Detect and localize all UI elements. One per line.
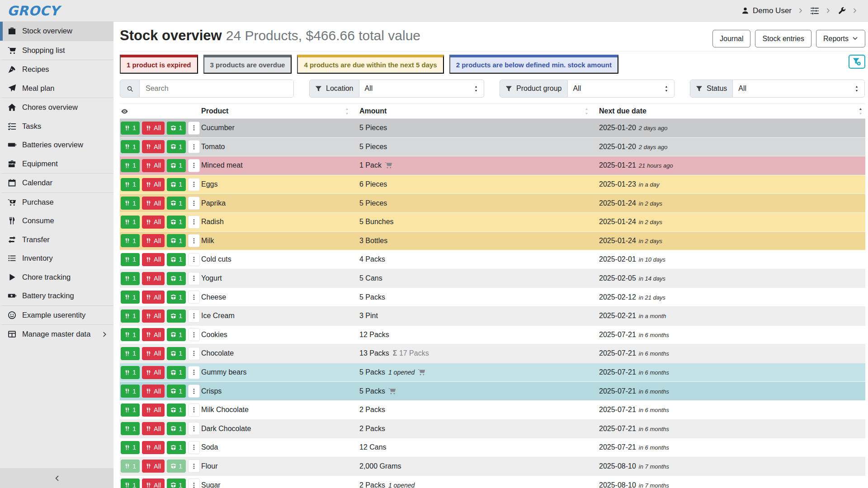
consume-all-button[interactable]: All xyxy=(142,441,165,454)
table-row[interactable]: 1 All 1 Flour 2,000 Grams 2025-08-10in 7… xyxy=(120,457,865,476)
consume-one-button[interactable]: 1 xyxy=(121,310,140,323)
open-one-button[interactable]: 1 xyxy=(167,159,186,172)
consume-one-button[interactable]: 1 xyxy=(121,159,140,172)
row-menu-button[interactable] xyxy=(188,272,200,285)
consume-all-button[interactable]: All xyxy=(142,197,165,210)
search-input[interactable] xyxy=(140,80,293,97)
row-menu-button[interactable] xyxy=(188,404,200,417)
row-menu-button[interactable] xyxy=(188,291,200,304)
consume-all-button[interactable]: All xyxy=(142,479,165,488)
user-menu[interactable]: Demo User xyxy=(741,6,792,15)
stock-entries-button[interactable]: Stock entries xyxy=(755,30,811,47)
sidebar-item-shopping-list[interactable]: Shopping list xyxy=(0,41,113,60)
sliders-icon[interactable] xyxy=(810,6,819,15)
consume-all-button[interactable]: All xyxy=(142,404,165,417)
consume-one-button[interactable]: 1 xyxy=(121,347,140,360)
sidebar-item-inventory[interactable]: Inventory xyxy=(0,249,113,268)
consume-one-button[interactable]: 1 xyxy=(121,272,140,285)
sidebar-item-purchase[interactable]: Purchase xyxy=(0,192,113,212)
row-menu-button[interactable] xyxy=(188,159,200,172)
table-row[interactable]: 1 All 1 Ice Cream 3 Pint 2025-02-21in a … xyxy=(120,306,865,325)
consume-one-button[interactable]: 1 xyxy=(121,197,140,210)
sidebar-item-stock-overview[interactable]: Stock overview xyxy=(0,22,113,41)
sidebar-item-example-userentity[interactable]: Example userentity xyxy=(0,305,113,325)
status-badge[interactable]: 4 products are due within the next 5 day… xyxy=(297,55,443,74)
status-select[interactable]: All xyxy=(733,80,864,97)
product-column-header[interactable]: Product xyxy=(201,104,359,119)
sidebar-item-chores-overview[interactable]: Chores overview xyxy=(0,98,113,117)
open-one-button[interactable]: 1 xyxy=(167,122,186,135)
row-menu-button[interactable] xyxy=(188,366,200,379)
table-row[interactable]: 1 All 1 Sugar 2 Packs1 opened 2025-08-10… xyxy=(120,476,865,488)
consume-one-button[interactable]: 1 xyxy=(121,178,140,191)
table-row[interactable]: 1 All 1 Cucumber 5 Pieces 2025-01-202 da… xyxy=(120,119,865,138)
consume-all-button[interactable]: All xyxy=(142,366,165,379)
status-badge[interactable]: 1 product is expired xyxy=(120,55,198,74)
table-row[interactable]: 1 All 1 Paprika 5 Pieces 2025-01-24in 2 … xyxy=(120,194,865,213)
due-date-column-header[interactable]: Next due date xyxy=(599,104,865,119)
table-row[interactable]: 1 All 1 Cookies 12 Packs 2025-07-21in 6 … xyxy=(120,325,865,344)
consume-one-button[interactable]: 1 xyxy=(121,234,140,247)
open-one-button[interactable]: 1 xyxy=(167,253,186,266)
consume-one-button[interactable]: 1 xyxy=(121,422,140,435)
consume-all-button[interactable]: All xyxy=(142,347,165,360)
reports-button[interactable]: Reports xyxy=(816,30,865,47)
row-menu-button[interactable] xyxy=(188,479,200,488)
consume-one-button[interactable]: 1 xyxy=(121,291,140,304)
status-badge[interactable]: 3 products are overdue xyxy=(203,55,292,74)
consume-one-button[interactable]: 1 xyxy=(121,385,140,398)
sidebar-item-manage-master-data[interactable]: Manage master data xyxy=(0,324,113,344)
sidebar-item-tasks[interactable]: Tasks xyxy=(0,117,113,136)
row-menu-button[interactable] xyxy=(188,347,200,360)
open-one-button[interactable]: 1 xyxy=(167,197,186,210)
consume-one-button[interactable]: 1 xyxy=(121,441,140,454)
open-one-button[interactable]: 1 xyxy=(167,404,186,417)
sidebar-item-calendar[interactable]: Calendar xyxy=(0,173,113,192)
consume-all-button[interactable]: All xyxy=(142,460,165,473)
consume-all-button[interactable]: All xyxy=(142,422,165,435)
amount-column-header[interactable]: Amount xyxy=(359,104,599,119)
consume-one-button[interactable]: 1 xyxy=(121,479,140,488)
open-one-button[interactable]: 1 xyxy=(167,347,186,360)
open-one-button[interactable]: 1 xyxy=(167,385,186,398)
consume-all-button[interactable]: All xyxy=(142,310,165,323)
open-one-button[interactable]: 1 xyxy=(167,479,186,488)
consume-all-button[interactable]: All xyxy=(142,385,165,398)
consume-all-button[interactable]: All xyxy=(142,216,165,229)
table-row[interactable]: 1 All 1 Crisps 5 Packs 2025-07-21in 6 mo… xyxy=(120,382,865,401)
sidebar-item-transfer[interactable]: Transfer xyxy=(0,230,113,249)
clear-filters-button[interactable] xyxy=(849,55,865,69)
sidebar-item-meal-plan[interactable]: Meal plan xyxy=(0,79,113,98)
consume-one-button[interactable]: 1 xyxy=(121,460,140,473)
open-one-button[interactable]: 1 xyxy=(167,178,186,191)
consume-one-button[interactable]: 1 xyxy=(121,253,140,266)
row-menu-button[interactable] xyxy=(188,328,200,341)
table-row[interactable]: 1 All 1 Soda 12 Cans 2025-07-21in 6 mont… xyxy=(120,438,865,457)
consume-all-button[interactable]: All xyxy=(142,122,165,135)
grocy-logo[interactable]: GROCY xyxy=(7,3,60,19)
location-select[interactable]: All xyxy=(359,80,484,97)
table-row[interactable]: 1 All 1 Cold cuts 4 Packs 2025-02-01in 1… xyxy=(120,250,865,269)
open-one-button[interactable]: 1 xyxy=(167,460,186,473)
table-row[interactable]: 1 All 1 Minced meat 1 Pack 2025-01-2121 … xyxy=(120,156,865,175)
row-menu-button[interactable] xyxy=(188,253,200,266)
consume-one-button[interactable]: 1 xyxy=(121,216,140,229)
table-row[interactable]: 1 All 1 Yogurt 5 Cans 2025-02-05in 14 da… xyxy=(120,269,865,288)
sidebar-item-chore-tracking[interactable]: Chore tracking xyxy=(0,268,113,287)
consume-all-button[interactable]: All xyxy=(142,272,165,285)
open-one-button[interactable]: 1 xyxy=(167,291,186,304)
consume-one-button[interactable]: 1 xyxy=(121,328,140,341)
consume-one-button[interactable]: 1 xyxy=(121,404,140,417)
row-menu-button[interactable] xyxy=(188,140,200,153)
row-menu-button[interactable] xyxy=(188,422,200,435)
wrench-icon[interactable] xyxy=(838,7,846,15)
open-one-button[interactable]: 1 xyxy=(167,140,186,153)
sidebar-item-recipes[interactable]: Recipes xyxy=(0,60,113,79)
status-badge[interactable]: 2 products are below defined min. stock … xyxy=(449,55,618,74)
table-row[interactable]: 1 All 1 Milk Chocolate 2 Packs 2025-07-2… xyxy=(120,400,865,419)
sidebar-item-consume[interactable]: Consume xyxy=(0,211,113,230)
open-one-button[interactable]: 1 xyxy=(167,328,186,341)
row-menu-button[interactable] xyxy=(188,197,200,210)
row-menu-button[interactable] xyxy=(188,216,200,229)
table-row[interactable]: 1 All 1 Dark Chocolate 2 Packs 2025-07-2… xyxy=(120,419,865,438)
